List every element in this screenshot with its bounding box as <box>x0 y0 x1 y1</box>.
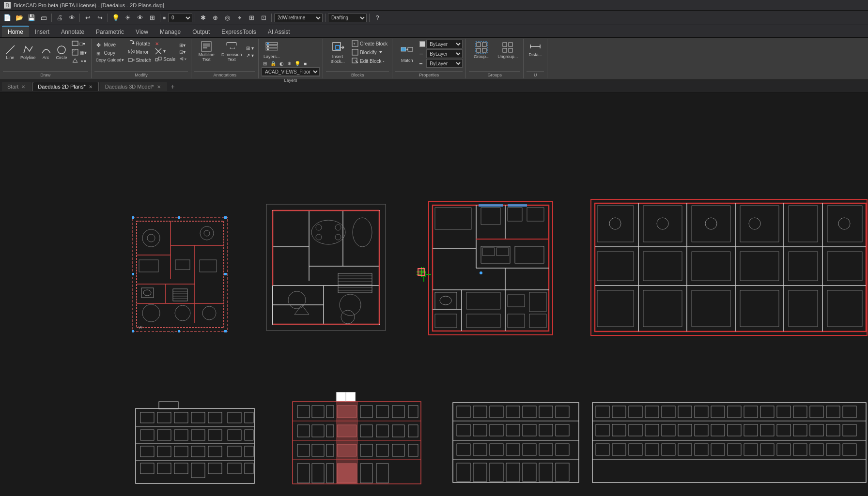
help-btn[interactable]: ? <box>372 13 383 23</box>
elevation-2[interactable] <box>288 392 426 486</box>
elevation-4[interactable] <box>590 398 868 485</box>
redo-btn[interactable]: ↪ <box>94 13 105 23</box>
doc-tab-start-close[interactable]: ✕ <box>20 84 26 90</box>
doc-tab-add[interactable]: + <box>168 82 178 91</box>
tab-expresstools[interactable]: ExpressTools <box>216 27 262 37</box>
explode-btn[interactable]: ⊞▾ <box>178 42 188 48</box>
edit-block-btn[interactable]: Edit Block - <box>350 57 389 65</box>
layer-state-btn[interactable]: ⊞ <box>262 60 268 67</box>
tab-parametric[interactable]: Parametric <box>90 27 130 37</box>
doc-tab-3dmodel[interactable]: Daedalus 3D Model* ✕ <box>100 82 167 91</box>
mirror-btn[interactable]: Mirror <box>126 48 153 56</box>
floor-plan-1[interactable]: W <box>132 216 229 332</box>
floor-plan-4[interactable] <box>590 198 868 336</box>
snap6-btn[interactable]: ⊡ <box>258 13 269 23</box>
doc-tab-2dplans-close[interactable]: ✕ <box>88 84 93 90</box>
layer-on-btn[interactable]: 💡 <box>293 60 302 67</box>
doc-tab-3dmodel-close[interactable]: ✕ <box>156 84 162 90</box>
svg-rect-250 <box>392 425 404 437</box>
layer-lock-btn[interactable]: 🔒 <box>269 60 278 67</box>
svg-rect-303 <box>596 406 609 418</box>
tab-insert[interactable]: Insert <box>29 27 55 37</box>
snap3-btn[interactable]: ◎ <box>222 13 232 23</box>
snap4-btn[interactable]: ⌖ <box>234 13 245 23</box>
open-btn[interactable]: 📂 <box>14 13 25 23</box>
layer-dropdown[interactable]: 0 <box>168 14 192 22</box>
match-properties-btn[interactable]: Match <box>395 44 418 64</box>
svg-rect-294 <box>490 463 503 481</box>
region-btn[interactable]: ⚬▾ <box>70 57 88 65</box>
floor-plan-3[interactable] <box>428 200 554 336</box>
snap5-btn[interactable]: ⊞ <box>246 13 257 23</box>
table-btn[interactable]: ⊞ ▾ <box>245 45 255 51</box>
tab-home[interactable]: Home <box>2 26 29 37</box>
undo-btn[interactable]: ↩ <box>82 13 93 23</box>
hatch-btn[interactable]: ▦▾ <box>70 48 88 56</box>
array-btn[interactable]: ⊡▾ <box>178 49 188 55</box>
copyguid-btn[interactable]: Copy Guided▾ <box>94 57 125 63</box>
scale-btn[interactable]: Scale <box>154 56 177 63</box>
linetype-select[interactable]: ByLayer <box>426 49 463 58</box>
svg-rect-217 <box>157 446 171 457</box>
new-btn[interactable]: 📄 <box>2 13 13 23</box>
leader-btn[interactable]: ↗ ▾ <box>245 52 255 59</box>
line-btn[interactable]: Line <box>3 44 17 61</box>
workspace-select[interactable]: Drafting <box>328 14 367 22</box>
svg-text:+: + <box>353 42 356 46</box>
offset-btn[interactable]: ⫷▾ <box>178 56 188 62</box>
tab-output[interactable]: Output <box>186 27 216 37</box>
lineweight-select[interactable]: ByLayer <box>426 59 463 68</box>
group-btn[interactable]: Group... <box>469 40 494 60</box>
rotate-btn[interactable]: Rotate <box>126 40 153 47</box>
move-btn[interactable]: ✥ Move <box>94 41 125 48</box>
svg-rect-331 <box>793 424 807 436</box>
eye-btn[interactable]: 👁 <box>135 13 145 23</box>
elevation-1[interactable] <box>131 398 259 485</box>
rectangle-btn[interactable]: □▾ <box>70 40 88 47</box>
color-select[interactable]: ByLayer <box>426 40 463 48</box>
snap2-btn[interactable]: ⊕ <box>210 13 220 23</box>
tab-annotate[interactable]: Annotate <box>55 27 90 37</box>
elevation-3[interactable] <box>448 398 584 485</box>
print-btn[interactable]: 🖨 <box>54 13 65 23</box>
svg-rect-141 <box>508 204 527 207</box>
printpreview-btn[interactable]: 👁 <box>66 13 77 23</box>
floor-plan-2[interactable] <box>265 203 387 331</box>
ribbon-group-layers: Layers... ⊞ 🔒 ◐ ❄ 💡 ■ ACAD_VIEWS_Floor 1… <box>259 39 323 78</box>
view-mode-select[interactable]: 2dWireframe <box>274 14 323 22</box>
distance-btn[interactable]: Dista... <box>527 40 544 58</box>
layer-iso-btn[interactable]: ◐ <box>278 60 285 67</box>
dimension-btn[interactable]: ⟷ DimensionText <box>219 40 244 63</box>
sun-btn[interactable]: ☀ <box>123 13 133 23</box>
layer-name-select[interactable]: ACAD_VIEWS_Floor 1__section... <box>262 67 320 76</box>
tab-manage[interactable]: Manage <box>154 27 186 37</box>
svg-rect-45 <box>401 47 406 51</box>
layers-small-btn[interactable]: ⊞ <box>147 13 157 23</box>
layer-freeze-btn[interactable]: ❄ <box>286 60 293 67</box>
tab-view[interactable]: View <box>130 27 154 37</box>
create-block-btn[interactable]: + Create Block <box>350 40 389 47</box>
polyline-btn[interactable]: Polyline <box>18 44 38 61</box>
canvas-area[interactable]: W <box>0 93 868 496</box>
svg-rect-57 <box>509 48 512 52</box>
doc-tab-start[interactable]: Start ✕ <box>2 82 31 91</box>
close-modify-btn[interactable]: ✕ <box>154 41 177 47</box>
ungroup-btn[interactable]: Ungroup... <box>495 40 520 60</box>
layer-color-btn[interactable]: ■ <box>302 60 308 67</box>
svg-rect-290 <box>539 444 553 455</box>
doc-tab-2dplans[interactable]: Daedalus 2D Plans* ✕ <box>32 82 98 91</box>
tab-ai[interactable]: AI Assist <box>262 27 296 37</box>
light-btn[interactable]: 💡 <box>110 13 121 23</box>
insert-block-btn[interactable]: InsertBlock... <box>326 40 349 65</box>
circle-btn[interactable]: Circle <box>54 44 69 61</box>
multiline-text-btn[interactable]: MultilineText <box>194 40 218 63</box>
arc-btn[interactable]: Arc <box>39 44 53 61</box>
copy-btn[interactable]: ⊞ Copy <box>94 49 125 57</box>
trim-btn[interactable]: ▾ <box>154 47 177 55</box>
saveas-btn[interactable]: 🗃 <box>38 13 49 23</box>
stretch-btn[interactable]: Stretch <box>126 56 153 64</box>
blockify-btn[interactable]: Blockify <box>350 48 389 56</box>
save-btn[interactable]: 💾 <box>26 13 37 23</box>
snap-btn[interactable]: ✱ <box>198 13 208 23</box>
layers-panel-btn[interactable]: Layers... <box>262 40 282 60</box>
